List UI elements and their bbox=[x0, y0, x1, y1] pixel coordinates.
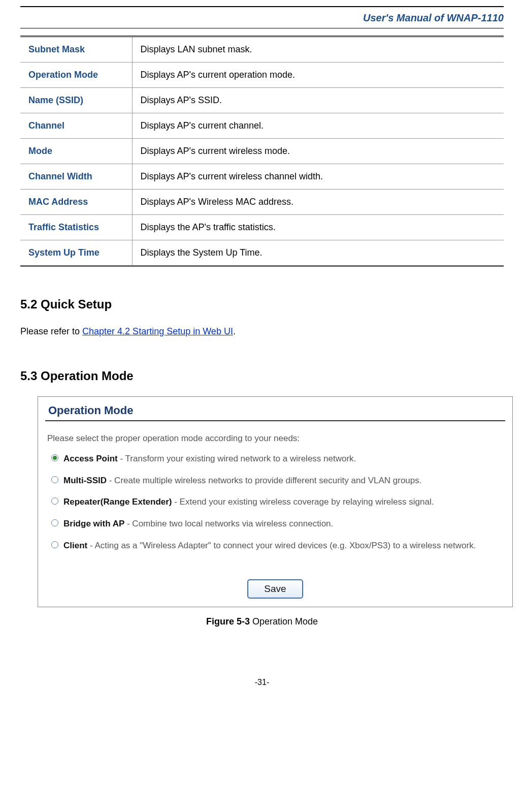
quick-setup-tail: . bbox=[233, 326, 236, 336]
option-description: - Transform your existing wired network … bbox=[118, 454, 356, 463]
figure-lead-text: Please select the proper operation mode … bbox=[38, 430, 512, 453]
figure-title: Operation Mode bbox=[38, 397, 512, 420]
option-description: - Acting as a "Wireless Adapter" to conn… bbox=[87, 541, 476, 550]
table-cell-value: Displays AP's current operation mode. bbox=[132, 63, 504, 88]
properties-table: Subnet MaskDisplays LAN subnet mask.Oper… bbox=[20, 37, 504, 265]
option-text: Multi-SSID - Create multiple wireless ne… bbox=[63, 475, 421, 487]
table-cell-value: Displays AP's Wireless MAC address. bbox=[132, 190, 504, 215]
table-row: Traffic StatisticsDisplays the AP's traf… bbox=[20, 215, 504, 240]
table-row: System Up TimeDisplays the System Up Tim… bbox=[20, 240, 504, 266]
table-cell-value: Displays AP's SSID. bbox=[132, 88, 504, 113]
table-cell-key: Channel Width bbox=[20, 164, 132, 190]
table-row: Channel WidthDisplays AP's current wirel… bbox=[20, 164, 504, 190]
table-cell-key: Operation Mode bbox=[20, 63, 132, 88]
option-text: Access Point - Transform your existing w… bbox=[63, 453, 356, 465]
section-5-2-heading: 5.2 Quick Setup bbox=[20, 297, 504, 311]
table-cell-key: Mode bbox=[20, 139, 132, 164]
radio-icon[interactable] bbox=[51, 454, 58, 461]
table-cell-value: Displays AP's current channel. bbox=[132, 113, 504, 139]
table-row: Name (SSID)Displays AP's SSID. bbox=[20, 88, 504, 113]
doc-header-title: User's Manual of WNAP-1110 bbox=[20, 9, 504, 28]
table-row: ModeDisplays AP's current wireless mode. bbox=[20, 139, 504, 164]
operation-mode-figure: Operation Mode Please select the proper … bbox=[38, 396, 513, 607]
option-label: Bridge with AP bbox=[63, 519, 124, 528]
figure-caption: Figure 5-3 Operation Mode bbox=[20, 616, 504, 627]
operation-mode-option[interactable]: Client - Acting as a "Wireless Adapter" … bbox=[51, 540, 504, 552]
save-button[interactable]: Save bbox=[247, 579, 303, 599]
option-label: Repeater(Range Extender) bbox=[63, 497, 172, 507]
operation-mode-option[interactable]: Repeater(Range Extender) - Extend your e… bbox=[51, 496, 504, 509]
table-cell-key: Name (SSID) bbox=[20, 88, 132, 113]
radio-icon[interactable] bbox=[51, 476, 58, 483]
option-label: Multi-SSID bbox=[63, 476, 107, 485]
option-label: Client bbox=[63, 541, 87, 550]
table-cell-value: Displays the System Up Time. bbox=[132, 240, 504, 266]
table-row: Operation ModeDisplays AP's current oper… bbox=[20, 63, 504, 88]
section-5-3-heading: 5.3 Operation Mode bbox=[20, 369, 504, 383]
option-description: - Combine two local networks via wireles… bbox=[124, 519, 333, 528]
table-cell-value: Displays LAN subnet mask. bbox=[132, 37, 504, 63]
figure-caption-text: Operation Mode bbox=[250, 616, 318, 627]
option-description: - Create multiple wireless networks to p… bbox=[107, 476, 421, 485]
table-row: Subnet MaskDisplays LAN subnet mask. bbox=[20, 37, 504, 63]
option-text: Repeater(Range Extender) - Extend your e… bbox=[63, 496, 434, 509]
option-text: Bridge with AP - Combine two local netwo… bbox=[63, 518, 333, 530]
table-cell-key: Subnet Mask bbox=[20, 37, 132, 63]
operation-mode-option[interactable]: Bridge with AP - Combine two local netwo… bbox=[51, 518, 504, 530]
figure-caption-label: Figure 5-3 bbox=[206, 616, 250, 627]
table-cell-key: System Up Time bbox=[20, 240, 132, 266]
section-5-2-text: Please refer to Chapter 4.2 Starting Set… bbox=[20, 325, 504, 338]
table-row: MAC AddressDisplays AP's Wireless MAC ad… bbox=[20, 190, 504, 215]
figure-divider bbox=[45, 420, 505, 421]
table-cell-value: Displays AP's current wireless mode. bbox=[132, 139, 504, 164]
option-description: - Extend your existing wireless coverage… bbox=[172, 497, 434, 507]
chapter-4-2-link[interactable]: Chapter 4.2 Starting Setup in Web UI bbox=[82, 326, 233, 336]
table-cell-value: Displays AP's current wireless channel w… bbox=[132, 164, 504, 190]
option-text: Client - Acting as a "Wireless Adapter" … bbox=[63, 540, 476, 552]
radio-icon[interactable] bbox=[51, 541, 58, 548]
table-cell-key: Traffic Statistics bbox=[20, 215, 132, 240]
radio-icon[interactable] bbox=[51, 519, 58, 526]
table-cell-key: Channel bbox=[20, 113, 132, 139]
table-cell-value: Displays the AP's traffic statistics. bbox=[132, 215, 504, 240]
operation-mode-option[interactable]: Multi-SSID - Create multiple wireless ne… bbox=[51, 475, 504, 487]
radio-icon[interactable] bbox=[51, 497, 58, 505]
option-label: Access Point bbox=[63, 454, 118, 463]
page-number: -31- bbox=[20, 678, 504, 687]
table-row: ChannelDisplays AP's current channel. bbox=[20, 113, 504, 139]
table-cell-key: MAC Address bbox=[20, 190, 132, 215]
operation-mode-option[interactable]: Access Point - Transform your existing w… bbox=[51, 453, 504, 465]
quick-setup-lead: Please refer to bbox=[20, 326, 82, 336]
